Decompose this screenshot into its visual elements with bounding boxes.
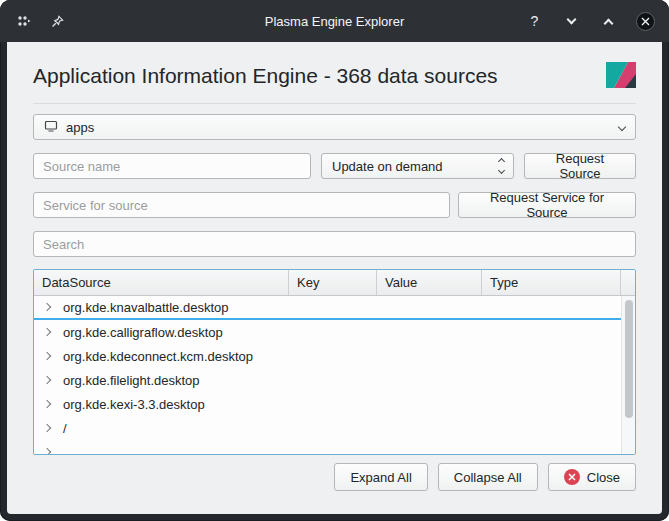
table-header: DataSource Key Value Type <box>34 270 635 296</box>
engine-combobox-value: apps <box>66 120 94 135</box>
request-source-button[interactable]: Request Source <box>524 153 636 179</box>
close-button-label: Close <box>587 470 620 485</box>
table-row[interactable]: org.kde.filelight.desktop <box>34 368 621 392</box>
column-header-key[interactable]: Key <box>289 270 377 295</box>
table-row[interactable] <box>34 440 621 454</box>
expand-chevron-icon[interactable] <box>43 448 51 454</box>
column-header-type[interactable]: Type <box>482 270 621 295</box>
update-mode-value: Update on demand <box>332 159 443 174</box>
step-down-icon[interactable] <box>497 167 504 174</box>
plasma-logo-icon <box>606 62 636 91</box>
column-header-value[interactable]: Value <box>377 270 482 295</box>
pin-icon[interactable] <box>48 12 67 31</box>
expand-chevron-icon[interactable] <box>43 376 51 384</box>
search-input[interactable] <box>33 231 636 257</box>
dialog-footer: Expand All Collapse All Close <box>33 463 636 491</box>
expand-chevron-icon[interactable] <box>43 303 51 311</box>
table-row[interactable]: org.kde.kdeconnect.kcm.desktop <box>34 344 621 368</box>
spinbox-steppers[interactable] <box>489 154 513 178</box>
request-service-button[interactable]: Request Service for Source <box>458 192 636 218</box>
apps-engine-icon <box>44 119 58 136</box>
help-icon[interactable]: ? <box>525 12 544 31</box>
service-for-source-input[interactable] <box>33 192 450 218</box>
plasma-engine-explorer-window: Plasma Engine Explorer ? <box>0 0 669 521</box>
expand-chevron-icon[interactable] <box>43 352 51 360</box>
maximize-icon[interactable] <box>599 12 618 31</box>
header-separator <box>33 103 636 104</box>
tree-rows: org.kde.knavalbattle.desktop org.kde.cal… <box>34 296 621 454</box>
minimize-icon[interactable] <box>562 12 581 31</box>
scrollbar-thumb[interactable] <box>625 300 633 418</box>
table-row[interactable]: org.kde.calligraflow.desktop <box>34 320 621 344</box>
vertical-scrollbar[interactable] <box>621 296 635 454</box>
expand-all-button[interactable]: Expand All <box>334 463 427 491</box>
expand-chevron-icon[interactable] <box>43 328 51 336</box>
close-icon[interactable] <box>636 12 655 31</box>
titlebar[interactable]: Plasma Engine Explorer ? <box>0 0 669 42</box>
step-up-icon[interactable] <box>497 158 504 165</box>
expand-chevron-icon[interactable] <box>43 400 51 408</box>
page-title: Application Information Engine - 368 dat… <box>33 64 498 88</box>
column-header-stub <box>621 270 635 295</box>
dialog-content: Application Information Engine - 368 dat… <box>7 42 662 514</box>
source-name-input[interactable] <box>33 153 311 179</box>
close-red-circle-icon <box>564 469 580 485</box>
table-row[interactable]: org.kde.kexi-3.3.desktop <box>34 392 621 416</box>
collapse-all-button[interactable]: Collapse All <box>438 463 538 491</box>
table-row[interactable]: / <box>34 416 621 440</box>
column-header-datasource[interactable]: DataSource <box>34 270 289 295</box>
close-button[interactable]: Close <box>548 463 636 491</box>
app-icon[interactable] <box>14 12 33 31</box>
chevron-down-icon <box>618 123 626 131</box>
datasource-tree-view: DataSource Key Value Type org.kde.knaval… <box>33 269 636 455</box>
update-mode-spinbox[interactable]: Update on demand <box>321 153 514 179</box>
expand-chevron-icon[interactable] <box>43 424 51 432</box>
engine-combobox[interactable]: apps <box>33 114 636 140</box>
table-row[interactable]: org.kde.knavalbattle.desktop <box>34 296 621 320</box>
